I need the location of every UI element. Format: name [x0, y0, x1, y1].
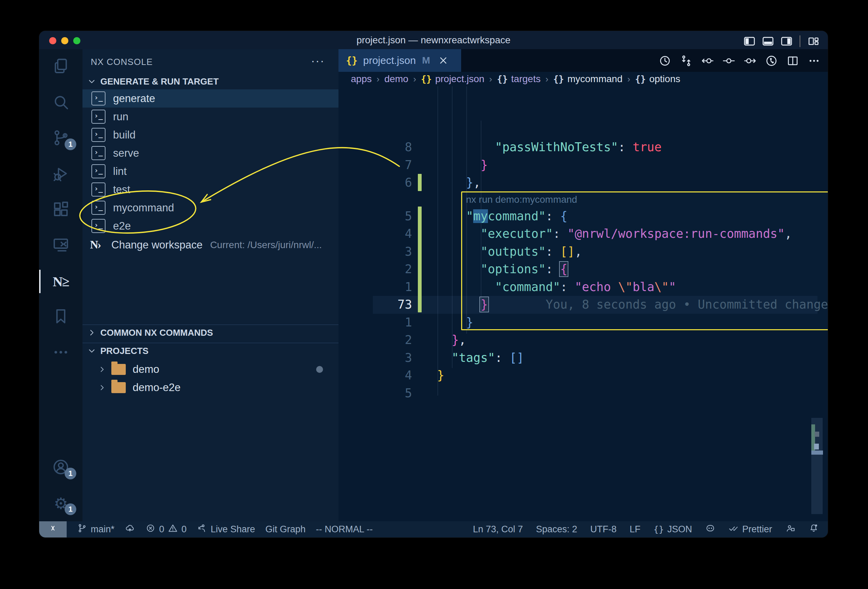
toggle-sidebar-right-icon[interactable] [780, 34, 793, 48]
activity-remote-explorer[interactable] [39, 228, 83, 264]
activity-more-views[interactable] [39, 335, 83, 371]
target-build[interactable]: ›_build [83, 126, 338, 144]
tab-close-icon[interactable] [437, 55, 449, 66]
line-number: 8 [378, 139, 412, 156]
breadcrumb-apps[interactable]: apps [351, 74, 372, 84]
activity-run-debug[interactable] [39, 156, 83, 192]
breadcrumb-mycommand[interactable]: mycommand [567, 74, 622, 84]
live-share-status[interactable]: Live Share [197, 523, 255, 536]
terminal-icon: ›_ [92, 146, 105, 160]
git-branch-icon [77, 523, 87, 536]
live-share-label: Live Share [211, 524, 255, 535]
debug-icon [52, 164, 70, 184]
split-editor-icon[interactable] [784, 54, 802, 68]
eol-status[interactable]: LF [629, 524, 641, 535]
target-serve[interactable]: ›_serve [83, 144, 338, 162]
section-common-nx-commands[interactable]: COMMON NX COMMANDS [83, 325, 338, 340]
indentation-label: Spaces: 2 [536, 524, 577, 535]
project-label: demo [133, 363, 159, 376]
activity-settings[interactable]: ⚙1 [39, 486, 83, 521]
activity-bookmarks[interactable] [39, 299, 83, 335]
target-test[interactable]: ›_test [83, 180, 338, 199]
target-run[interactable]: ›_run [83, 108, 338, 126]
nx-icon: N≥ [53, 273, 69, 290]
cursor-position-status[interactable]: Ln 73, Col 7 [473, 524, 523, 535]
compare-changes-icon[interactable] [677, 54, 695, 68]
breadcrumb-targets[interactable]: targets [511, 74, 541, 84]
publish-status[interactable] [125, 523, 135, 536]
problems-status[interactable]: 0 0 [145, 523, 187, 536]
activity-extensions[interactable] [39, 192, 83, 228]
indentation-status[interactable]: Spaces: 2 [536, 524, 577, 535]
formatter-status[interactable]: Prettier [728, 523, 772, 536]
activity-accounts[interactable]: 1 [39, 450, 83, 486]
badge: 1 [65, 468, 76, 479]
activity-nx-console[interactable]: N≥ [39, 264, 83, 299]
project-label: demo-e2e [133, 381, 181, 394]
terminal-icon: ›_ [92, 183, 105, 196]
remote-indicator[interactable] [39, 521, 66, 537]
sidebar-more-actions-icon[interactable]: ··· [311, 54, 325, 67]
target-generate[interactable]: ›_generate [83, 89, 338, 108]
target-mycommand[interactable]: ›_mycommand [83, 199, 338, 217]
vim-mode-label: -- NORMAL -- [316, 524, 372, 535]
breadcrumb-separator: › [376, 74, 380, 84]
previous-change-icon[interactable] [698, 54, 716, 68]
language-mode-status[interactable]: {} JSON [654, 524, 692, 535]
activity-search[interactable] [39, 85, 83, 121]
breadcrumb-project.json[interactable]: project.json [435, 74, 484, 84]
formatter-label: Prettier [742, 524, 772, 535]
toggle-panel-icon[interactable] [761, 34, 775, 48]
activity-explorer[interactable] [39, 49, 83, 85]
timeline-history-icon[interactable] [656, 54, 674, 68]
vim-mode-status[interactable]: -- NORMAL -- [316, 524, 372, 535]
line-number: 4 [378, 225, 412, 243]
live-share-icon [197, 523, 207, 536]
change-workspace-item[interactable]: N›Change workspaceCurrent: /Users/juri/n… [83, 236, 338, 254]
section-generate-run-target[interactable]: GENERATE & RUN TARGET [83, 74, 338, 89]
overview-ruler-mark [815, 432, 819, 437]
breadcrumb-separator: › [627, 74, 630, 84]
eol-label: LF [629, 524, 641, 535]
vscode-window: project.json — newnxreactwrkspace 1N≥1⚙1… [39, 31, 828, 537]
copilot-status[interactable] [705, 523, 716, 536]
branch-status[interactable]: main* [77, 523, 114, 536]
next-change-icon[interactable] [741, 54, 759, 68]
json-file-icon: {} [346, 55, 358, 66]
activity-bar: 1N≥1⚙1 [39, 49, 83, 521]
tab-project-json[interactable]: {} project.json M [338, 49, 461, 72]
terminal-icon: ›_ [92, 110, 105, 124]
tab-label: project.json [363, 55, 416, 66]
target-e2e[interactable]: ›_e2e [83, 217, 338, 235]
annotation-highlight-box [461, 191, 828, 330]
code-line: 3 "tags": [] [338, 349, 828, 367]
section-projects[interactable]: PROJECTS [83, 342, 338, 359]
titlebar-separator [800, 35, 800, 47]
breadcrumb-demo[interactable]: demo [384, 74, 408, 84]
warning-count: 0 [182, 524, 187, 535]
target-label: serve [113, 147, 139, 159]
activity-source-control[interactable]: 1 [39, 121, 83, 156]
json-braces-icon: {} [654, 524, 664, 534]
code-editor[interactable]: 8 "passWithNoTests": true7 }6 },nx run d… [338, 86, 828, 521]
terminal-icon: ›_ [92, 92, 105, 105]
customize-layout-icon[interactable] [806, 34, 820, 48]
target-label: run [113, 111, 128, 123]
overview-ruler-cursor-mark [811, 450, 823, 455]
code-text: "tags": [] [437, 349, 524, 367]
target-lint[interactable]: ›_lint [83, 162, 338, 180]
breadcrumb-options[interactable]: options [649, 74, 680, 84]
git-graph-status[interactable]: Git Graph [265, 524, 306, 535]
line-number: 1 [378, 278, 412, 296]
line-number: 2 [378, 331, 412, 349]
toggle-sidebar-left-icon[interactable] [743, 34, 756, 48]
more-actions-icon[interactable] [805, 54, 823, 68]
editor-group: {} project.json M apps›demo›{}project.js… [338, 49, 828, 521]
project-demo[interactable]: demo [83, 360, 338, 378]
notifications-status[interactable] [809, 523, 819, 536]
feedback-status[interactable] [785, 523, 796, 536]
project-demo-e2e[interactable]: demo-e2e [83, 378, 338, 397]
current-change-icon[interactable] [720, 54, 738, 68]
encoding-status[interactable]: UTF-8 [590, 524, 617, 535]
gitlens-icon[interactable] [763, 54, 780, 68]
